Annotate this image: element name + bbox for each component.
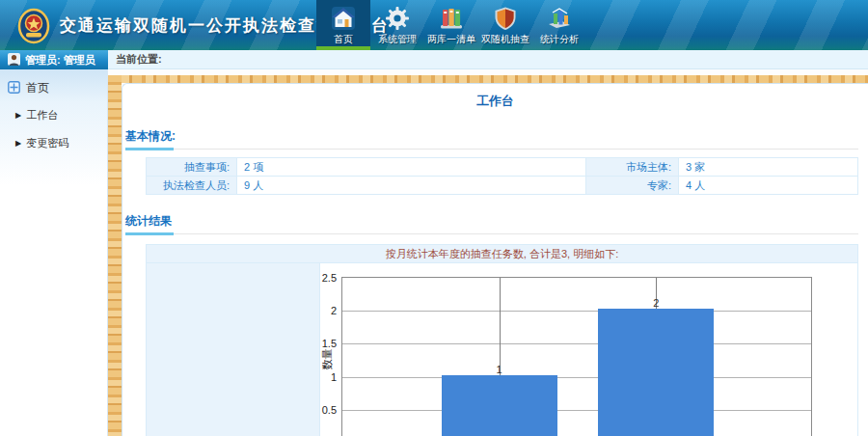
- stat-label: 市场主体:: [586, 158, 679, 177]
- table-row: 抽查事项: 2 项 市场主体: 3 家: [147, 158, 858, 177]
- nav-item-double-random-inspection[interactable]: 双随机抽查: [478, 0, 532, 50]
- y-axis-tick-label: 2: [320, 305, 337, 316]
- stats-result-heading: 统计结果: [125, 213, 858, 234]
- home-icon: [331, 5, 356, 32]
- workbench-panel: 工作台 基本情况: 抽查事项: 2 项 市场主体: 3 家 执法检查人员: 9 …: [122, 83, 868, 436]
- y-axis-tick-label: 1: [320, 371, 337, 383]
- nav-item-home[interactable]: 首页: [316, 0, 370, 50]
- user-info: 管理员: 管理员: [0, 50, 108, 69]
- grid-menu-icon: [8, 81, 20, 96]
- chart-gridline: [342, 377, 811, 378]
- nav-item-system-management[interactable]: 系统管理: [370, 0, 424, 50]
- basic-info-heading: 基本情况:: [125, 128, 858, 150]
- app-window: 交通运输双随机一公开执法检查管理平台 首页: [0, 0, 868, 436]
- nav-item-label: 系统管理: [378, 33, 417, 46]
- stats-chart-icon: [547, 5, 572, 32]
- breadcrumb: 当前位置:: [108, 50, 868, 69]
- content-area: 首页 ▶ 工作台 ▶ 变更密码 工作台 基本情况: 抽查事项:: [0, 69, 868, 436]
- nav-item-two-libraries-one-list[interactable]: 两库一清单: [424, 0, 478, 50]
- sidebar-home-label: 首页: [26, 80, 49, 96]
- stat-value: 3 家: [679, 158, 858, 177]
- sidebar: 首页 ▶ 工作台 ▶ 变更密码: [0, 69, 108, 436]
- basic-info-table: 抽查事项: 2 项 市场主体: 3 家 执法检查人员: 9 人 专家: 4 人: [146, 157, 858, 195]
- chart-gridline: [342, 311, 811, 312]
- user-avatar-icon: [8, 53, 20, 68]
- chart-bar-value-label: 1: [480, 364, 519, 375]
- y-axis-tick-label: 2.5: [320, 272, 337, 284]
- nav-item-label: 双随机抽查: [481, 33, 529, 46]
- stat-label: 执法检查人员:: [147, 177, 237, 195]
- nav-item-label: 统计分析: [540, 33, 579, 46]
- stat-value: 4 人: [679, 177, 858, 195]
- stat-value: 2 项: [237, 158, 586, 177]
- sub-bar: 管理员: 管理员 当前位置:: [0, 50, 868, 69]
- folders-icon: [439, 5, 464, 32]
- sidebar-item-label: 变更密码: [26, 136, 68, 150]
- shield-icon: [493, 5, 518, 32]
- arrow-right-icon: ▶: [15, 140, 21, 148]
- user-label: 管理员: 管理员: [25, 53, 95, 68]
- gear-icon: [385, 5, 410, 32]
- chart-bar-value-label: 2: [637, 297, 675, 309]
- chart-plot-area: 00.511.522.512: [341, 277, 812, 436]
- sidebar-item-workbench[interactable]: ▶ 工作台: [0, 101, 107, 129]
- y-axis-title: 数量: [320, 349, 335, 370]
- chart-gridline: [342, 343, 811, 344]
- y-axis-tick-label: 1.5: [320, 338, 337, 349]
- app-header: 交通运输双随机一公开执法检查管理平台 首页: [0, 0, 868, 50]
- y-axis-tick-label: 0.5: [320, 404, 337, 416]
- table-row: 执法检查人员: 9 人 专家: 4 人: [147, 177, 858, 195]
- nav-item-statistics-analysis[interactable]: 统计分析: [532, 0, 586, 50]
- stat-label: 专家:: [586, 177, 679, 195]
- stat-label: 抽查事项:: [147, 158, 237, 177]
- stat-value: 9 人: [237, 177, 586, 195]
- nav-item-label: 两库一清单: [427, 33, 475, 46]
- main-nav: 首页 系统管理: [316, 0, 586, 50]
- nav-item-label: 首页: [334, 33, 353, 46]
- stats-body: 数量 00.511.522.512 2018年03月2018年04月月份: [147, 263, 857, 436]
- bar-chart: 数量 00.511.522.512 2018年03月2018年04月月份: [320, 263, 857, 436]
- stats-table: 按月统计本年度的抽查任务数, 合计是3, 明细如下: 数量 00.511.522…: [146, 244, 858, 436]
- wood-frame-top: [108, 75, 868, 83]
- agency-emblem-logo: [14, 5, 54, 45]
- sidebar-item-change-password[interactable]: ▶ 变更密码: [0, 129, 107, 157]
- wood-frame-left: [108, 75, 122, 436]
- chart-gridline: [342, 410, 811, 411]
- main-frame: 工作台 基本情况: 抽查事项: 2 项 市场主体: 3 家 执法检查人员: 9 …: [108, 69, 868, 436]
- chart-bar[interactable]: [442, 375, 557, 436]
- chart-bar[interactable]: [598, 309, 714, 436]
- arrow-right-icon: ▶: [15, 112, 21, 120]
- stats-empty-cell: [147, 263, 320, 436]
- sidebar-item-label: 工作台: [26, 108, 58, 123]
- stats-summary-text: 按月统计本年度的抽查任务数, 合计是3, 明细如下:: [147, 245, 857, 263]
- page-title: 工作台: [122, 93, 868, 110]
- sidebar-item-home[interactable]: 首页: [0, 75, 107, 101]
